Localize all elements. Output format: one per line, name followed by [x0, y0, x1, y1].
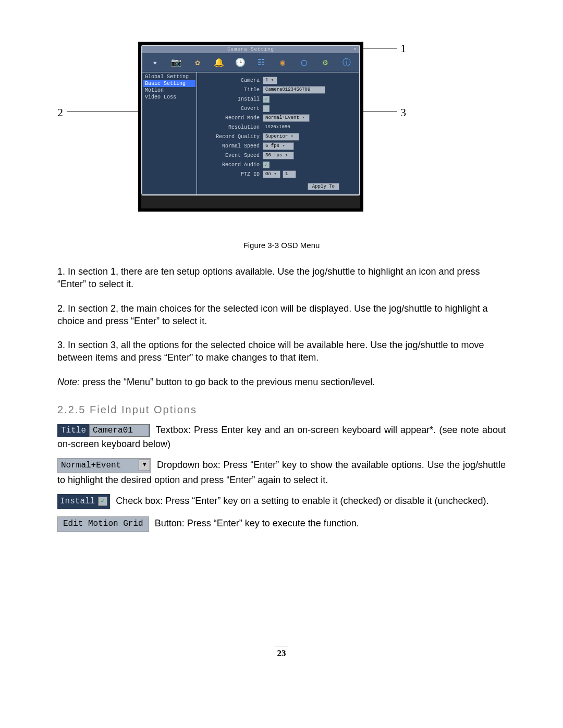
gear-icon[interactable]: ⚙ [319, 56, 332, 69]
sample-checkbox-text: Check box: Press “Enter” key on a settin… [113, 496, 488, 507]
dropdown-eventspeed[interactable]: 30 fps [263, 152, 294, 159]
body-text: 1. In section 1, there are ten setup opt… [57, 265, 506, 388]
note-rest: press the “Menu” button to go back to th… [80, 377, 375, 387]
callout-line-3 [360, 112, 397, 112]
value-resolution: 1920x1080 [263, 124, 292, 131]
sample-textbox-label: Title [58, 425, 89, 436]
label-title: Title [202, 87, 263, 93]
para-3: 3. In section 3, all the options for the… [57, 339, 506, 364]
bell-icon[interactable]: 🔔 [213, 56, 225, 69]
sample-checkbox: Install✓ [57, 494, 110, 509]
label-recordmode: Record Mode [202, 115, 263, 121]
checkbox-install[interactable]: ✓ [263, 96, 270, 103]
sample-dropdown-value: Normal+Event [58, 459, 139, 473]
label-eventspeed: Event Speed [202, 153, 263, 158]
para-2: 2. In section 2, the main choices for th… [57, 302, 506, 328]
network-icon[interactable]: ☷ [255, 56, 267, 69]
note-label: Note: [57, 377, 80, 387]
wand-icon[interactable]: ✦ [149, 56, 161, 69]
checkbox-recordaudio[interactable]: ✓ [263, 162, 270, 168]
para-note: Note: press the “Menu” button to go back… [57, 376, 506, 388]
page-number: 23 [275, 647, 288, 659]
callout-2: 2 [57, 106, 63, 119]
dropdown-recordmode[interactable]: Normal+Event [263, 114, 310, 122]
sample-dropdown-row: Normal+Event▾ Dropdown box: Press “Enter… [57, 458, 506, 487]
textbox-ptzid-num[interactable]: 1 [283, 170, 296, 178]
sample-textbox-row: TitleCamera01 Textbox: Press Enter key a… [57, 423, 506, 451]
camera-icon[interactable]: 📷 [170, 56, 182, 69]
osd-toolbar: ✦ 📷 ✿ 🔔 🕒 ☷ ◉ ▢ ⚙ ⓘ [142, 53, 359, 72]
osd-footer [141, 195, 360, 208]
label-recordaudio: Record Audio [202, 162, 263, 168]
osd-window: Camera Setting × ✦ 📷 ✿ 🔔 🕒 ☷ ◉ ▢ ⚙ ⓘ [138, 42, 363, 212]
figure-caption: Figure 3-3 OSD Menu [57, 241, 506, 250]
label-install: Install [202, 96, 263, 102]
sample-textbox: TitleCamera01 [57, 424, 150, 437]
sidebar-item-basic[interactable]: Basic Setting [143, 80, 195, 87]
dropdown-normalspeed[interactable]: 5 fps [263, 142, 294, 150]
close-icon[interactable]: × [354, 46, 357, 53]
osd-titlebar: Camera Setting × [142, 46, 359, 53]
sample-button-row: Edit Motion Grid Button: Press “Enter” k… [57, 516, 506, 532]
dropdown-ptzid-on[interactable]: On [263, 170, 280, 178]
dropdown-camera[interactable]: 1 [263, 77, 277, 84]
sidebar-item-global[interactable]: Global Setting [143, 73, 195, 80]
osd-title: Camera Setting [227, 47, 274, 52]
info-icon[interactable]: ⓘ [340, 56, 353, 69]
callout-3: 3 [400, 106, 406, 119]
sidebar-item-videoloss[interactable]: Video Loss [143, 94, 195, 101]
display-icon[interactable]: ▢ [298, 56, 310, 69]
label-camera: Camera [202, 78, 263, 83]
sample-checkbox-row: Install✓ Check box: Press “Enter” key on… [57, 494, 506, 509]
label-normalspeed: Normal Speed [202, 143, 263, 149]
label-recordquality: Record Quality [202, 134, 263, 140]
chevron-down-icon: ▾ [139, 460, 150, 471]
textbox-title[interactable]: Camera0123456789 [263, 86, 325, 94]
apply-to-button[interactable]: Apply To [308, 183, 339, 190]
sample-dropdown: Normal+Event▾ [57, 458, 151, 473]
callout-line-2 [67, 112, 138, 112]
section-heading: 2.2.5 Field Input Options [57, 404, 506, 416]
callout-line-1 [360, 48, 397, 48]
dropdown-recordquality[interactable]: Superior [263, 133, 299, 141]
sample-button: Edit Motion Grid [57, 516, 149, 532]
osd-figure: 1 2 3 Camera Setting × ✦ 📷 ✿ 🔔 🕒 ☷ ◉ [57, 36, 506, 235]
sample-button-text: Button: Press “Enter” key to execute the… [152, 519, 359, 529]
check-icon: ✓ [98, 497, 107, 506]
label-resolution: Resolution [202, 125, 263, 130]
checkbox-covert[interactable] [263, 105, 270, 112]
sidebar-item-motion[interactable]: Motion [143, 87, 195, 94]
reel-icon[interactable]: ✿ [191, 56, 204, 69]
sample-textbox-value: Camera01 [89, 424, 149, 437]
osd-form: Camera1 TitleCamera0123456789 Install✓ C… [197, 72, 359, 194]
callout-1: 1 [400, 42, 406, 55]
sample-checkbox-label: Install [60, 497, 95, 506]
osd-sidebar: Global Setting Basic Setting Motion Vide… [142, 72, 197, 194]
label-covert: Covert [202, 106, 263, 112]
globe-icon[interactable]: ◉ [276, 56, 289, 69]
label-ptzid: PTZ ID [202, 171, 263, 177]
clock-icon[interactable]: 🕒 [234, 56, 247, 69]
para-1: 1. In section 1, there are ten setup opt… [57, 265, 506, 291]
